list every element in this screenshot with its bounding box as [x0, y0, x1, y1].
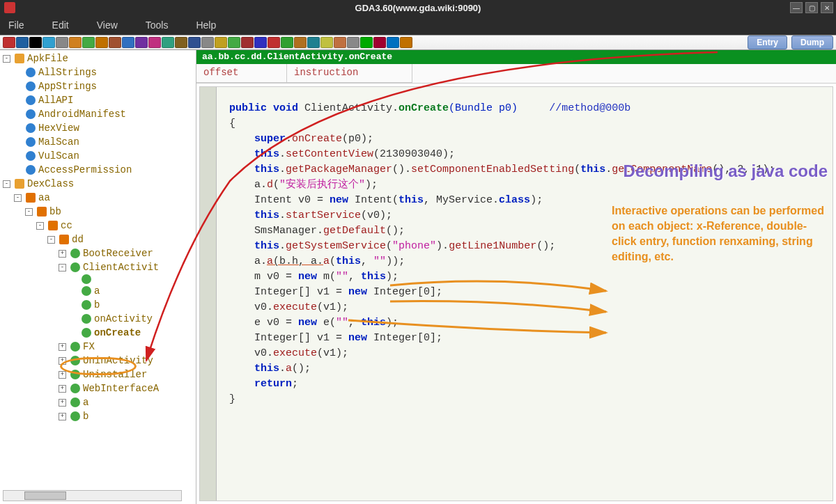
- expander-icon[interactable]: +: [59, 357, 66, 365]
- tree-label: aa: [38, 191, 50, 205]
- tree-item-cc[interactable]: - cc: [0, 219, 196, 233]
- toolbar-icon-28[interactable]: [373, 37, 386, 48]
- expander-icon[interactable]: +: [59, 399, 66, 407]
- tree-label: b: [94, 298, 100, 312]
- tree-item-boot[interactable]: + BootReceiver: [0, 246, 196, 260]
- tree-item-n5[interactable]: HexView: [0, 121, 196, 135]
- entry-button[interactable]: Entry: [748, 36, 787, 49]
- expander-icon[interactable]: -: [25, 208, 33, 216]
- toolbar-icon-8[interactable]: [109, 37, 121, 48]
- tree-item-dex[interactable]: - DexClass: [0, 177, 196, 191]
- toolbar-icon-14[interactable]: [188, 37, 201, 48]
- tree-item-n1[interactable]: AllStrings: [0, 65, 196, 79]
- expander-icon[interactable]: +: [59, 371, 66, 379]
- tree-label: ClientActivit: [83, 260, 159, 274]
- toolbar-icon-24[interactable]: [320, 37, 333, 48]
- toolbar-icon-11[interactable]: [148, 37, 161, 48]
- toolbar-icon-30[interactable]: [400, 37, 412, 48]
- expander-icon[interactable]: -: [36, 222, 44, 230]
- expander-icon[interactable]: -: [59, 264, 66, 271]
- toolbar-icon-13[interactable]: [175, 37, 187, 48]
- minimize-button[interactable]: —: [790, 2, 803, 13]
- tree-item-n4[interactable]: AndroidManifest: [0, 107, 196, 121]
- dump-button[interactable]: Dump: [791, 36, 833, 49]
- toolbar-icon-6[interactable]: [82, 37, 95, 48]
- menu-tools[interactable]: Tools: [146, 19, 169, 31]
- tree-item-b1[interactable]: b: [0, 298, 196, 312]
- tree-item-unin[interactable]: + UninActivity: [0, 354, 196, 368]
- tree-item-b2[interactable]: + b: [0, 409, 196, 423]
- tree-item-n2[interactable]: AppStrings: [0, 79, 196, 93]
- code-viewer[interactable]: public void ClientActivity.onCreate(Bund…: [199, 86, 833, 501]
- toolbar-icon-5[interactable]: [69, 37, 82, 48]
- menu-view[interactable]: View: [97, 19, 118, 31]
- sidebar-tree[interactable]: - ApkFile AllStrings AppStrings AllAPI A…: [0, 50, 196, 504]
- toolbar-icon-3[interactable]: [42, 37, 55, 48]
- toolbar-icon-23[interactable]: [307, 37, 320, 48]
- blue-icon: [26, 81, 36, 91]
- toolbar-icon-19[interactable]: [254, 37, 267, 48]
- menu-help[interactable]: Help: [196, 19, 216, 31]
- tree-item-root[interactable]: - ApkFile: [0, 52, 196, 65]
- toolbar-icon-27[interactable]: [360, 37, 373, 48]
- tree-item-a1[interactable]: a: [0, 284, 196, 298]
- toolbar-icon-20[interactable]: [268, 37, 280, 48]
- toolbar-icon-18[interactable]: [241, 37, 254, 48]
- tree-item-aa[interactable]: - aa: [0, 191, 196, 205]
- toolbar-icon-16[interactable]: [215, 37, 227, 48]
- toolbar-icon-22[interactable]: [294, 37, 307, 48]
- tree-item-onact[interactable]: onActivity: [0, 312, 196, 326]
- maximize-button[interactable]: ▢: [805, 2, 818, 13]
- window-title: GDA3.60(www.gda.wiki:9090): [355, 3, 481, 13]
- expander-icon[interactable]: -: [3, 55, 10, 63]
- menu-edit[interactable]: Edit: [52, 19, 69, 31]
- tree-item-a2[interactable]: + a: [0, 395, 196, 409]
- toolbar-icon-26[interactable]: [347, 37, 359, 48]
- expander-icon[interactable]: +: [59, 385, 66, 393]
- expander-icon[interactable]: -: [47, 236, 55, 244]
- tree-label: UninActivity: [83, 354, 153, 368]
- toolbar-icon-4[interactable]: [56, 37, 68, 48]
- toolbar-icon-12[interactable]: [162, 37, 174, 48]
- breadcrumb-path: aa.bb.cc.dd.ClientActivity.onCreate: [196, 50, 836, 64]
- tree-item-init[interactable]: [0, 274, 196, 284]
- tree-label: AccessPermission: [38, 163, 132, 177]
- green-icon: [70, 249, 80, 258]
- expander-icon[interactable]: +: [59, 250, 66, 258]
- tree-item-fx[interactable]: + FX: [0, 340, 196, 354]
- tree-item-n6[interactable]: MalScan: [0, 135, 196, 149]
- expander-icon[interactable]: +: [59, 413, 66, 420]
- tree-item-client[interactable]: - ClientActivit: [0, 260, 196, 274]
- tree-item-n3[interactable]: AllAPI: [0, 93, 196, 107]
- toolbar-icon-25[interactable]: [334, 37, 346, 48]
- tree-label: AppStrings: [38, 79, 97, 93]
- tree-item-dd[interactable]: - dd: [0, 233, 196, 246]
- toolbar-icon-17[interactable]: [228, 37, 240, 48]
- toolbar-icon-29[interactable]: [387, 37, 399, 48]
- green-icon: [70, 370, 80, 379]
- toolbar-icon-2[interactable]: [29, 37, 42, 48]
- toolbar-icon-9[interactable]: [122, 37, 134, 48]
- horizontal-scrollbar[interactable]: [3, 490, 182, 501]
- toolbar-icon-1[interactable]: [16, 37, 29, 48]
- expander-icon[interactable]: -: [14, 194, 22, 202]
- expander-icon[interactable]: -: [3, 180, 10, 188]
- close-button[interactable]: ✕: [821, 2, 833, 13]
- toolbar-icon-21[interactable]: [281, 37, 293, 48]
- blue-icon: [26, 68, 36, 77]
- tree-item-n8[interactable]: AccessPermission: [0, 163, 196, 177]
- toolbar: Entry Dump: [0, 35, 836, 50]
- expander-icon[interactable]: +: [59, 343, 66, 351]
- tree-item-bb[interactable]: - bb: [0, 205, 196, 219]
- tree-item-oncreate[interactable]: onCreate: [0, 326, 196, 340]
- toolbar-icon-0[interactable]: [3, 37, 15, 48]
- tree-item-web[interactable]: + WebInterfaceA: [0, 381, 196, 395]
- tree-item-n7[interactable]: VulScan: [0, 149, 196, 163]
- toolbar-icon-10[interactable]: [135, 37, 148, 48]
- green-icon: [82, 300, 91, 310]
- menu-file[interactable]: File: [8, 19, 24, 31]
- toolbar-icon-7[interactable]: [95, 37, 108, 48]
- green-icon: [70, 384, 80, 393]
- toolbar-icon-15[interactable]: [201, 37, 214, 48]
- tree-item-uninst[interactable]: + Uninstaller: [0, 368, 196, 381]
